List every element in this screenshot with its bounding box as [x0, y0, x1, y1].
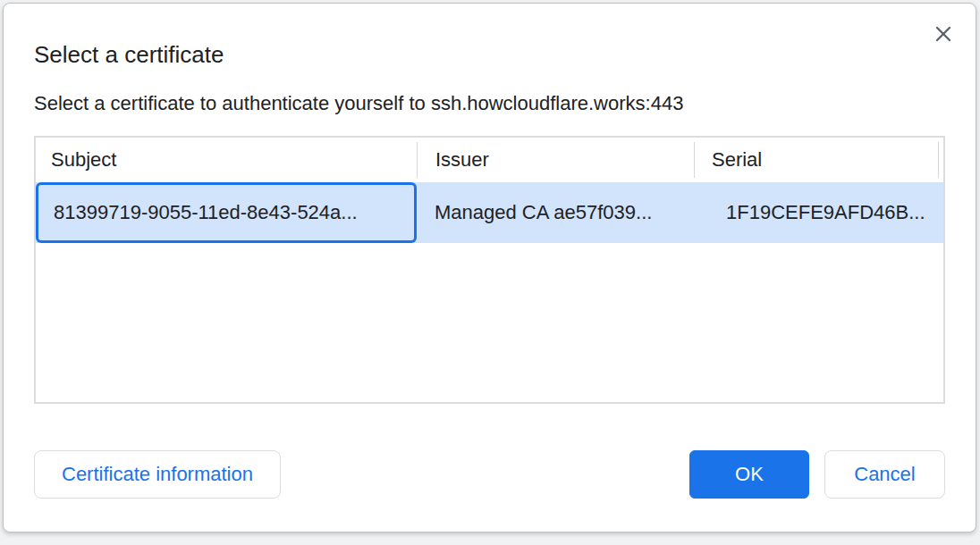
- dialog-button-bar: Certificate information OK Cancel: [34, 450, 945, 499]
- certificate-select-dialog: Select a certificate Select a certificat…: [3, 3, 976, 532]
- close-button[interactable]: [931, 21, 956, 46]
- column-header-serial: Serial: [694, 142, 938, 178]
- column-header-issuer: Issuer: [417, 142, 694, 178]
- cell-issuer: Managed CA ae57f039...: [417, 182, 694, 243]
- cancel-button[interactable]: Cancel: [824, 450, 945, 499]
- certificate-table: Subject Issuer Serial 81399719-9055-11ed…: [34, 136, 945, 404]
- column-header-gutter: [938, 142, 943, 178]
- cell-subject: 81399719-9055-11ed-8e43-524a...: [36, 182, 417, 243]
- table-row[interactable]: 81399719-9055-11ed-8e43-524a... Managed …: [36, 182, 943, 243]
- dialog-title: Select a certificate: [34, 39, 945, 70]
- column-header-subject: Subject: [36, 142, 417, 178]
- close-icon: [934, 24, 953, 44]
- table-header-row: Subject Issuer Serial: [36, 138, 943, 182]
- ok-cancel-group: OK Cancel: [689, 450, 945, 499]
- cell-serial: 1F19CEFE9AFD46B...: [694, 182, 943, 243]
- ok-button[interactable]: OK: [689, 450, 809, 499]
- dialog-subtitle: Select a certificate to authenticate you…: [34, 91, 945, 116]
- certificate-information-button[interactable]: Certificate information: [34, 450, 281, 499]
